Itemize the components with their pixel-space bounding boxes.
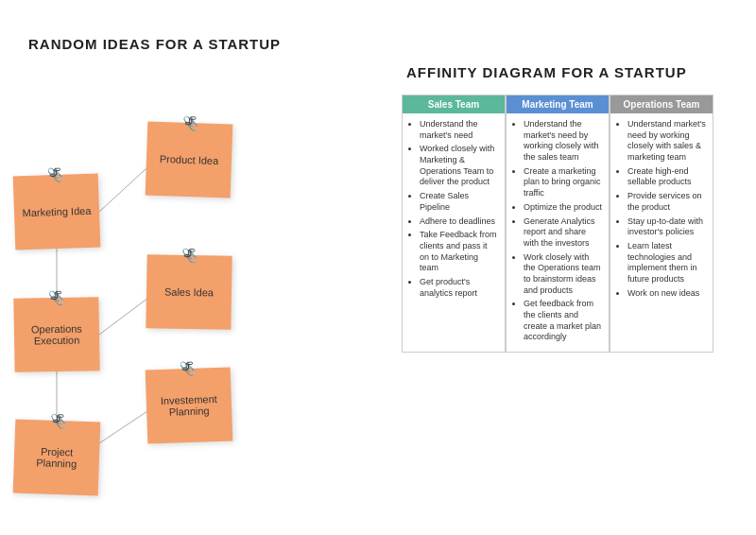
- affinity-header-operations-team: Operations Team: [610, 95, 713, 113]
- sticky-marketing-idea: 🖇Marketing Idea: [13, 173, 101, 250]
- sticky-operations-execution: 🖇Operations Execution: [13, 297, 99, 372]
- sticky-investement-planning: 🖇Investement Planning: [146, 367, 233, 443]
- page-title: RANDOM IDEAS FOR A STARTUP: [28, 36, 281, 52]
- affinity-list-item: Get product's analytics report: [420, 277, 499, 299]
- affinity-body-sales-team: Understand the market's needWorked close…: [403, 113, 505, 352]
- affinity-list-item: Work closely with the Operations team to…: [524, 252, 603, 297]
- affinity-list-item: Optimize the product: [524, 202, 603, 214]
- affinity-title: AFFINITY DIAGRAM FOR A STARTUP: [406, 64, 687, 80]
- affinity-list-item: Take Feedback from clients and pass it o…: [420, 230, 499, 274]
- affinity-header-marketing-team: Marketing Team: [507, 95, 609, 113]
- sticky-sales-idea: 🖇Sales Idea: [146, 254, 232, 330]
- affinity-body-marketing-team: Understand the market's need by working …: [507, 113, 609, 352]
- affinity-list-item: Create a marketing plan to bring organic…: [524, 166, 603, 199]
- affinity-col-marketing-team: Marketing TeamUnderstand the market's ne…: [506, 95, 610, 353]
- affinity-col-operations-team: Operations TeamUnderstand market's need …: [610, 95, 713, 353]
- affinity-list-item: Work on new ideas: [627, 288, 707, 300]
- affinity-body-operations-team: Understand market's need by working clos…: [610, 113, 713, 352]
- sticky-project-planning: 🖇Project Planning: [13, 419, 101, 495]
- affinity-header-sales-team: Sales Team: [403, 95, 505, 113]
- sticky-product-idea: 🖇Product Idea: [146, 121, 233, 198]
- affinity-list-item: Worked closely with Marketing & Operatio…: [420, 144, 499, 188]
- affinity-list-item: Stay up-to-date with investor's policies: [627, 216, 707, 238]
- affinity-col-sales-team: Sales TeamUnderstand the market's needWo…: [402, 95, 506, 353]
- affinity-list-item: Understand the market's need: [420, 119, 499, 141]
- affinity-list-item: Create high-end sellable products: [627, 166, 707, 188]
- affinity-list-item: Create Sales Pipeline: [420, 191, 499, 213]
- affinity-list-item: Provide services on the product: [627, 191, 707, 213]
- affinity-list-item: Get feedback from the clients and create…: [524, 299, 603, 343]
- affinity-list-item: Understand market's need by working clos…: [627, 119, 707, 164]
- affinity-list-item: Understand the market's need by working …: [524, 119, 603, 164]
- affinity-list-item: Learn latest technologies and implement …: [627, 241, 707, 285]
- affinity-list-item: Generate Analytics report and share with…: [524, 216, 603, 250]
- affinity-list-item: Adhere to deadlines: [420, 216, 499, 228]
- affinity-diagram: Sales TeamUnderstand the market's needWo…: [402, 95, 713, 353]
